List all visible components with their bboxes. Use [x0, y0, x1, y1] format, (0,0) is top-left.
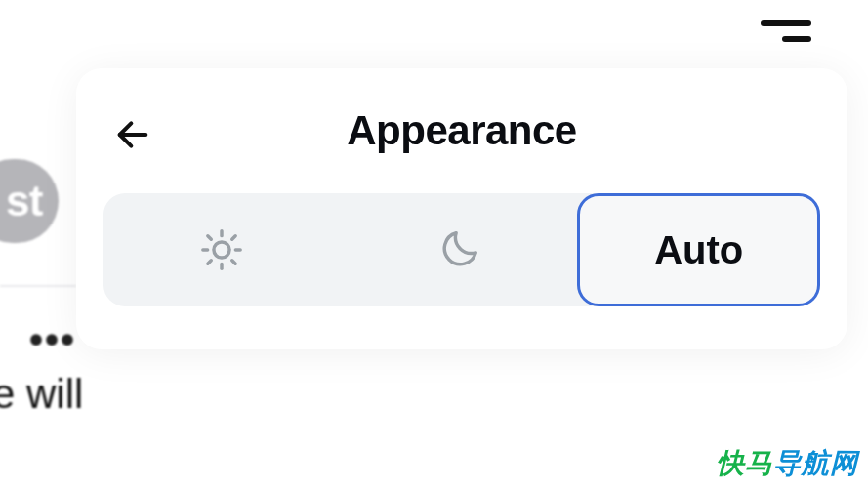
modal-title: Appearance — [347, 107, 576, 154]
moon-icon — [436, 227, 481, 272]
svg-point-1 — [214, 242, 229, 258]
background-more-dots: ••• — [29, 318, 76, 362]
theme-option-auto-label: Auto — [654, 228, 743, 272]
background-truncated-text: e will — [0, 371, 83, 418]
theme-option-dark[interactable] — [341, 193, 578, 306]
watermark-part1: 快马 — [717, 448, 773, 478]
background-post-button-text: st — [6, 177, 43, 225]
background-divider — [0, 285, 76, 287]
svg-line-7 — [232, 261, 235, 264]
theme-option-light[interactable] — [103, 193, 341, 306]
theme-segmented-control: Auto — [103, 193, 820, 306]
arrow-left-icon — [113, 115, 152, 154]
menu-line — [782, 36, 811, 42]
svg-line-6 — [208, 236, 211, 239]
appearance-modal: Appearance Auto — [76, 68, 847, 349]
back-button[interactable] — [111, 113, 154, 156]
background-post-button: st — [0, 159, 59, 243]
modal-header: Appearance — [103, 96, 820, 166]
svg-line-9 — [232, 236, 235, 239]
menu-line — [761, 20, 811, 26]
watermark-part2: 导航网 — [773, 448, 858, 478]
watermark: 快马导航网 — [717, 445, 858, 482]
svg-line-8 — [208, 261, 211, 264]
theme-option-auto[interactable]: Auto — [577, 193, 820, 306]
sun-icon — [199, 227, 244, 272]
menu-button[interactable] — [757, 16, 811, 47]
